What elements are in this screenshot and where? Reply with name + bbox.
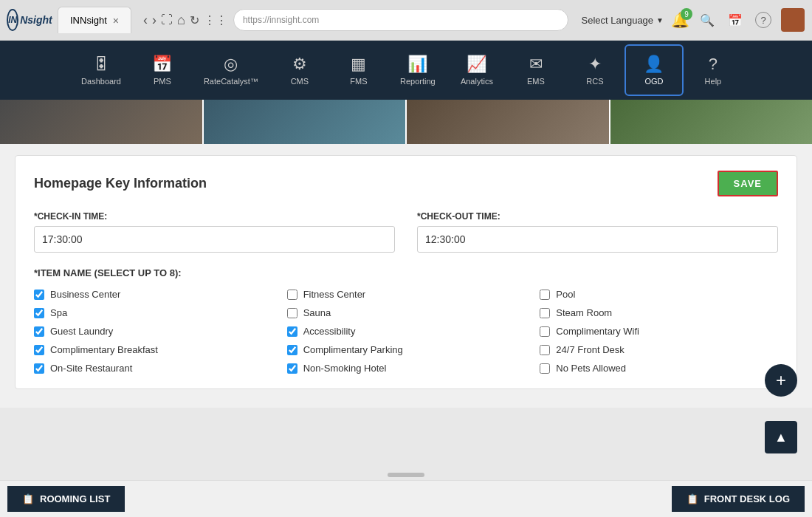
checkbox-item[interactable]: On-Site Restaurant	[34, 363, 272, 374]
grid-button[interactable]: ⋮⋮	[204, 13, 227, 27]
rooming-list-button[interactable]: 📋 ROOMING LIST	[7, 486, 125, 512]
checkbox-item[interactable]: Complimentary Parking	[287, 344, 526, 355]
hero-image-2	[204, 100, 407, 144]
nav-item-rcs[interactable]: ✦RCS	[565, 44, 625, 96]
checkbox-item[interactable]: Sauna	[287, 307, 526, 318]
nav-item-analytics[interactable]: 📈Analytics	[447, 44, 506, 96]
nav-label-fms: FMS	[350, 77, 367, 86]
checkbox-item[interactable]: Spa	[34, 307, 272, 318]
nav-icon-cms: ⚙	[292, 55, 307, 74]
checkbox-item[interactable]: No Pets Allowed	[540, 363, 778, 374]
nav-item-help[interactable]: ?Help	[684, 44, 743, 96]
browser-controls: ‹ › ⛶ ⌂ ↻ ⋮⋮	[143, 13, 227, 28]
expand-button[interactable]: ⛶	[161, 13, 173, 27]
help-button[interactable]: ?	[753, 10, 774, 30]
front-desk-log-label: FRONT DESK LOG	[704, 493, 790, 504]
logo-circle: IN	[7, 9, 18, 31]
home-button[interactable]: ⌂	[177, 13, 185, 28]
checkbox-label: Spa	[50, 307, 67, 318]
nav-icon-ems: ✉	[529, 55, 543, 74]
nav-item-ems[interactable]: ✉EMS	[506, 44, 565, 96]
language-select[interactable]: Select Language ▼	[582, 15, 664, 26]
checkbox-label: Non-Smoking Hotel	[303, 363, 387, 374]
nav-item-fms[interactable]: ▦FMS	[329, 44, 388, 96]
save-button[interactable]: SAVE	[718, 171, 778, 196]
nav-item-pms[interactable]: 📅PMS	[133, 44, 192, 96]
close-tab-button[interactable]: ×	[113, 15, 119, 27]
checkbox-item[interactable]: Complimentary Wifi	[540, 326, 778, 337]
items-section: *ITEM NAME (SELECT UP TO 8): Business Ce…	[34, 267, 778, 374]
checkbox-label: Business Center	[50, 289, 120, 300]
refresh-button[interactable]: ↻	[190, 13, 199, 27]
nav-item-cms[interactable]: ⚙CMS	[270, 44, 329, 96]
nav-label-ems: EMS	[527, 77, 545, 86]
checkbox-item[interactable]: 24/7 Front Desk	[540, 344, 778, 355]
checkbox-business-center[interactable]	[34, 290, 44, 300]
browser-bar: IN Nsight INNsight × ‹ › ⛶ ⌂ ↻ ⋮⋮ https:…	[0, 0, 812, 41]
nav-label-cms: CMS	[291, 77, 309, 86]
nav-label-ratecatalyst: RateCatalyst™	[204, 77, 258, 86]
nav-label-reporting: Reporting	[400, 77, 436, 86]
nav-item-dashboard[interactable]: 🎛Dashboard	[69, 44, 133, 96]
nav-item-ratecatalyst[interactable]: ◎RateCatalyst™	[192, 44, 270, 96]
checkbox-no-pets-allowed[interactable]	[540, 363, 550, 374]
section-title: Homepage Key Information	[34, 176, 207, 191]
checkbox-complimentary-wifi[interactable]	[540, 326, 550, 337]
logo: IN Nsight	[7, 7, 52, 33]
checkout-group: *CHECK-OUT TIME:	[417, 211, 778, 253]
checkbox-item[interactable]: Complimentary Breakfast	[34, 344, 272, 355]
checkbox-accessibility[interactable]	[287, 326, 297, 337]
checkbox-complimentary-parking[interactable]	[287, 345, 297, 355]
hero-image-1	[0, 100, 204, 144]
checkbox-label: Complimentary Breakfast	[50, 344, 158, 355]
checkbox-steam-room[interactable]	[540, 308, 550, 318]
avatar-button[interactable]	[781, 8, 805, 32]
items-label: *ITEM NAME (SELECT UP TO 8):	[34, 267, 778, 278]
checkbox-label: Pool	[556, 289, 575, 300]
floating-add-button[interactable]: +	[765, 364, 797, 397]
checkbox-guest-laundry[interactable]	[34, 326, 44, 337]
checkbox-item[interactable]: Non-Smoking Hotel	[287, 363, 526, 374]
back-button[interactable]: ‹	[143, 13, 148, 28]
nav-label-dashboard: Dashboard	[81, 77, 121, 86]
checkbox-label: Steam Room	[556, 307, 612, 318]
address-bar[interactable]: https://innsight.com	[233, 9, 568, 31]
nav-icon-analytics: 📈	[467, 55, 486, 74]
checkbox-item[interactable]: Guest Laundry	[34, 326, 272, 337]
checkbox-non-smoking-hotel[interactable]	[287, 363, 297, 374]
hero-image-3	[407, 100, 610, 144]
forward-button[interactable]: ›	[152, 13, 156, 28]
calendar-button[interactable]: 📅	[725, 10, 746, 30]
floating-scroll-button[interactable]: ▲	[765, 421, 797, 453]
checkin-input[interactable]	[34, 226, 395, 253]
checkbox-on-site-restaurant[interactable]	[34, 363, 44, 374]
rooming-list-label: ROOMING LIST	[40, 493, 110, 504]
language-label: Select Language	[582, 15, 654, 26]
checkbox-item[interactable]: Accessibility	[287, 326, 526, 337]
checkbox-spa[interactable]	[34, 308, 44, 318]
checkbox-item[interactable]: Steam Room	[540, 307, 778, 318]
checkbox-24/7-front-desk[interactable]	[540, 345, 550, 355]
logo-text: Nsight	[20, 14, 52, 26]
checkbox-item[interactable]: Business Center	[34, 289, 272, 300]
checkbox-label: Complimentary Wifi	[556, 326, 639, 337]
checkbox-item[interactable]: Pool	[540, 289, 778, 300]
checkbox-sauna[interactable]	[287, 308, 297, 318]
nav-item-ogd[interactable]: 👤OGD	[625, 44, 684, 96]
notification-button[interactable]: 🔔 9	[671, 11, 689, 29]
front-desk-log-button[interactable]: 📋 FRONT DESK LOG	[672, 486, 805, 512]
checkbox-pool[interactable]	[540, 290, 550, 300]
checkbox-item[interactable]: Fitness Center	[287, 289, 526, 300]
nav-icon-ratecatalyst: ◎	[224, 55, 238, 74]
checkbox-label: Fitness Center	[303, 289, 366, 300]
checkout-input[interactable]	[417, 226, 778, 253]
checkbox-complimentary-breakfast[interactable]	[34, 345, 44, 355]
browser-tab[interactable]: INNsight ×	[58, 7, 131, 33]
checkin-label: *CHECK-IN TIME:	[34, 211, 395, 222]
checkbox-fitness-center[interactable]	[287, 290, 297, 300]
nav-item-reporting[interactable]: 📊Reporting	[388, 44, 447, 96]
checkbox-label: 24/7 Front Desk	[556, 344, 625, 355]
language-dropdown-icon: ▼	[656, 16, 664, 24]
search-button[interactable]: 🔍	[697, 10, 718, 30]
nav-icon-fms: ▦	[351, 55, 366, 74]
